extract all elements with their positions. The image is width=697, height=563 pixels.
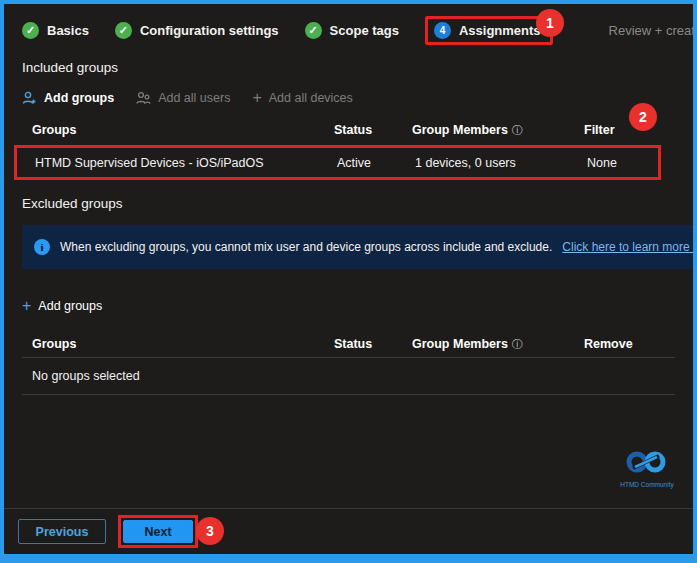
previous-button[interactable]: Previous <box>18 519 106 544</box>
info-icon[interactable]: ⓘ <box>512 124 523 136</box>
tab-assignments[interactable]: 4 Assignments <box>434 22 541 39</box>
group-name: HTMD Supervised Devices - iOS/iPadOS <box>35 156 337 170</box>
group-status: Active <box>337 156 415 170</box>
check-icon: ✓ <box>305 22 322 39</box>
footer-bar: Previous Next <box>4 508 693 554</box>
info-icon[interactable]: ⓘ <box>512 338 523 350</box>
col-groups: Groups <box>32 123 334 137</box>
wizard-content: ✓ Basics ✓ Configuration settings ✓ Scop… <box>4 4 693 554</box>
tab-basics-label: Basics <box>47 23 89 38</box>
tab-review-create-label: Review + create <box>609 23 697 38</box>
tab-assignments-label: Assignments <box>459 23 541 38</box>
col-group-members: Group Membersⓘ <box>412 337 584 352</box>
col-status: Status <box>334 123 412 137</box>
wizard-window: 1 2 3 ✓ Basics ✓ Configuration settings … <box>0 0 697 563</box>
col-remove: Remove <box>584 337 675 351</box>
info-banner-icon: i <box>34 239 50 255</box>
wizard-step-tabs: ✓ Basics ✓ Configuration settings ✓ Scop… <box>22 12 675 48</box>
excluded-add-groups-button[interactable]: + Add groups <box>22 298 102 314</box>
included-groups-toolbar: Add groups Add all users + Add all devic… <box>22 87 675 109</box>
add-all-devices-button[interactable]: + Add all devices <box>252 90 352 106</box>
add-groups-button[interactable]: Add groups <box>22 91 114 105</box>
col-group-members: Group Membersⓘ <box>412 123 584 138</box>
included-table-header: Groups Status Group Membersⓘ Filter <box>22 117 675 143</box>
annotation-rect-included-row: HTMD Supervised Devices - iOS/iPadOS Act… <box>14 145 661 180</box>
group-filter: None <box>587 156 658 170</box>
col-filter: Filter <box>584 123 675 137</box>
plus-icon: + <box>252 90 261 106</box>
check-icon: ✓ <box>22 22 39 39</box>
info-banner: i When excluding groups, you cannot mix … <box>22 225 693 269</box>
included-group-row[interactable]: HTMD Supervised Devices - iOS/iPadOS Act… <box>17 148 658 177</box>
add-all-users-label: Add all users <box>158 91 230 105</box>
htmd-logo-icon <box>625 448 669 476</box>
tab-scope-tags-label: Scope tags <box>330 23 399 38</box>
excluded-table-header: Groups Status Group Membersⓘ Remove <box>22 331 675 357</box>
annotation-rect-assignments: 4 Assignments <box>425 16 553 45</box>
add-all-devices-label: Add all devices <box>269 91 353 105</box>
tab-configuration-settings[interactable]: ✓ Configuration settings <box>115 22 279 39</box>
excluded-add-groups-label: Add groups <box>38 299 102 313</box>
excluded-groups-title: Excluded groups <box>22 196 675 211</box>
annotation-circle-1: 1 <box>536 9 564 37</box>
tab-scope-tags[interactable]: ✓ Scope tags <box>305 22 399 39</box>
add-all-users-button[interactable]: Add all users <box>136 91 230 105</box>
learn-more-link[interactable]: Click here to learn more about <box>562 240 693 254</box>
excluded-empty-row: No groups selected <box>22 358 675 394</box>
info-banner-text: When excluding groups, you cannot mix us… <box>60 240 552 254</box>
divider <box>22 394 675 395</box>
tab-review-create[interactable]: Review + create <box>609 23 697 38</box>
included-groups-title: Included groups <box>22 60 675 75</box>
add-all-users-icon <box>136 91 151 105</box>
step-4-icon: 4 <box>434 22 451 39</box>
plus-icon: + <box>22 298 31 314</box>
group-members: 1 devices, 0 users <box>415 156 587 170</box>
col-status: Status <box>334 337 412 351</box>
tab-basics[interactable]: ✓ Basics <box>22 22 89 39</box>
annotation-rect-next: Next <box>118 515 198 548</box>
col-groups: Groups <box>32 337 334 351</box>
add-groups-label: Add groups <box>44 91 114 105</box>
htmd-logo-caption: HTMD Community <box>615 481 679 488</box>
next-button[interactable]: Next <box>123 520 193 543</box>
add-user-icon <box>22 91 37 105</box>
annotation-circle-2: 2 <box>629 103 657 131</box>
check-icon: ✓ <box>115 22 132 39</box>
tab-configuration-settings-label: Configuration settings <box>140 23 279 38</box>
htmd-community-logo: HTMD Community <box>615 448 679 488</box>
excluded-groups-toolbar: + Add groups <box>22 295 675 317</box>
annotation-circle-3: 3 <box>196 517 224 545</box>
